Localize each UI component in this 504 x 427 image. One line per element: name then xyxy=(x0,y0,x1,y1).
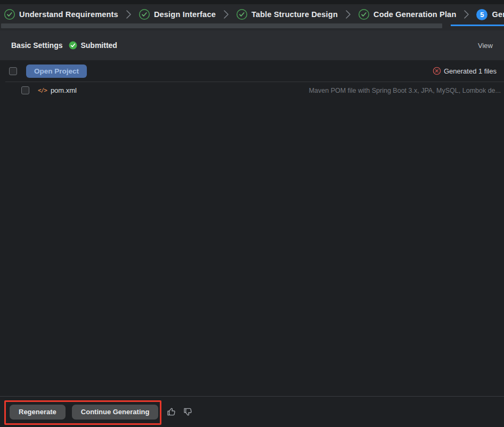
window-top-strip xyxy=(0,0,504,4)
step-done-check-icon xyxy=(358,9,370,20)
footer-actions: Regenerate Continue Generating xyxy=(0,397,504,427)
step-label: Table Structure Design xyxy=(251,10,338,19)
open-project-button[interactable]: Open Project xyxy=(26,65,87,78)
file-description: Maven POM file with Spring Boot 3.x, JPA… xyxy=(309,87,501,94)
step-done-check-icon xyxy=(236,9,248,20)
section-header: Basic Settings Submitted View xyxy=(0,30,504,60)
step-generate[interactable]: 5 Generate xyxy=(476,9,504,20)
chevron-right-icon xyxy=(345,10,351,19)
step-understand-requirements[interactable]: Understand Requirements xyxy=(4,9,118,20)
chevron-right-icon xyxy=(464,10,469,19)
step-number-badge: 5 xyxy=(476,9,487,20)
chevron-right-icon xyxy=(223,10,229,19)
step-label: Understand Requirements xyxy=(19,10,118,19)
step-label: Code Generation Plan xyxy=(373,10,456,19)
submitted-check-icon xyxy=(69,41,77,50)
step-done-check-icon xyxy=(139,9,150,20)
step-table-structure-design[interactable]: Table Structure Design xyxy=(236,9,338,20)
active-step-underline xyxy=(451,25,504,26)
regenerate-button[interactable]: Regenerate xyxy=(10,405,66,420)
view-link[interactable]: View xyxy=(478,42,493,50)
chevron-right-icon xyxy=(126,10,132,19)
thumbs-up-icon[interactable] xyxy=(166,406,177,418)
thumbs-down-icon[interactable] xyxy=(182,406,194,418)
file-checkbox[interactable] xyxy=(21,86,29,94)
status-badge: Submitted xyxy=(80,41,117,50)
horizontal-scrollbar-thumb[interactable] xyxy=(1,23,442,28)
file-name: pom.xml xyxy=(51,86,77,94)
step-code-generation-plan[interactable]: Code Generation Plan xyxy=(358,9,456,20)
code-generation-panel: Understand Requirements Design Interface… xyxy=(0,0,504,427)
files-toolbar: Open Project Generated 1 files xyxy=(0,60,504,82)
wizard-stepper: Understand Requirements Design Interface… xyxy=(0,4,504,30)
section-title: Basic Settings xyxy=(11,41,62,50)
step-label: Generate xyxy=(492,10,504,19)
select-all-checkbox[interactable] xyxy=(9,67,17,75)
step-done-check-icon xyxy=(4,9,15,20)
empty-content-area xyxy=(0,99,504,396)
file-row[interactable]: </> pom.xml Maven POM file with Spring B… xyxy=(0,82,504,99)
code-file-icon: </> xyxy=(38,87,47,94)
error-circle-x-icon xyxy=(433,67,441,75)
generation-status: Generated 1 files xyxy=(433,67,497,75)
generated-files-count: Generated 1 files xyxy=(444,67,497,75)
step-label: Design Interface xyxy=(154,10,216,19)
continue-generating-button[interactable]: Continue Generating xyxy=(72,405,159,420)
step-design-interface[interactable]: Design Interface xyxy=(139,9,216,20)
